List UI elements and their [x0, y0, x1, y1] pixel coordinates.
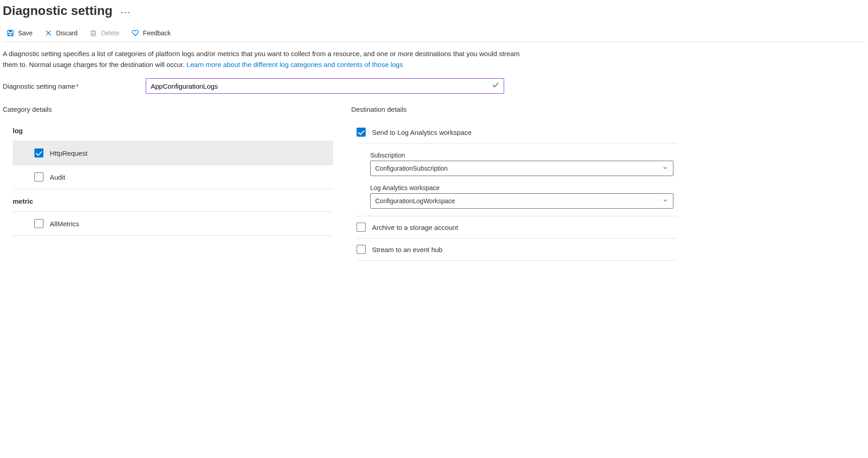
workspace-value: ConfigurationLogWorkspace	[375, 197, 455, 205]
log-analytics-checkbox[interactable]	[357, 128, 366, 137]
httprequest-label: HttpRequest	[50, 149, 87, 157]
metric-row-allmetrics[interactable]: AllMetrics	[13, 212, 333, 236]
required-asterisk: *	[76, 82, 79, 90]
toolbar: Save Discard Delete Feedback	[3, 26, 865, 42]
setting-name-label: Diagnostic setting name*	[3, 82, 79, 90]
log-analytics-subform: Subscription ConfigurationSubscription L…	[357, 143, 677, 216]
category-details-title: Category details	[3, 105, 333, 113]
allmetrics-label: AllMetrics	[50, 220, 79, 228]
subscription-dropdown[interactable]: ConfigurationSubscription	[370, 161, 673, 176]
log-row-audit[interactable]: Audit	[13, 165, 333, 189]
description: A diagnostic setting specifies a list of…	[3, 48, 528, 70]
subscription-label: Subscription	[370, 152, 677, 159]
workspace-label: Log Analytics workspace	[370, 184, 677, 191]
destination-details-title: Destination details	[351, 105, 677, 113]
audit-checkbox[interactable]	[34, 172, 43, 181]
discard-button[interactable]: Discard	[44, 29, 77, 37]
eventhub-label: Stream to an event hub	[372, 246, 443, 253]
log-section-title: log	[13, 121, 333, 141]
subscription-value: ConfigurationSubscription	[375, 165, 448, 172]
svg-rect-2	[9, 33, 12, 36]
heart-icon	[131, 29, 139, 37]
check-icon	[491, 81, 500, 91]
httprequest-checkbox[interactable]	[34, 148, 43, 157]
page-title: Diagnostic setting	[3, 4, 113, 18]
log-row-httprequest[interactable]: HttpRequest	[13, 141, 333, 165]
delete-button: Delete	[89, 29, 119, 37]
discard-label: Discard	[56, 29, 77, 37]
storage-checkbox[interactable]	[357, 223, 366, 232]
save-label: Save	[18, 29, 33, 37]
delete-label: Delete	[101, 29, 119, 37]
dest-eventhub-row[interactable]: Stream to an event hub	[357, 239, 677, 261]
chevron-down-icon	[662, 197, 668, 205]
close-icon	[44, 29, 52, 37]
feedback-button[interactable]: Feedback	[131, 29, 171, 37]
eventhub-checkbox[interactable]	[357, 245, 366, 254]
audit-label: Audit	[50, 173, 65, 181]
dest-storage-row[interactable]: Archive to a storage account	[357, 216, 677, 239]
dest-log-analytics-row[interactable]: Send to Log Analytics workspace	[357, 121, 677, 143]
storage-label: Archive to a storage account	[372, 224, 458, 231]
save-icon	[6, 29, 14, 37]
trash-icon	[89, 29, 97, 37]
workspace-dropdown[interactable]: ConfigurationLogWorkspace	[370, 193, 673, 209]
svg-rect-5	[91, 31, 95, 36]
feedback-label: Feedback	[143, 29, 171, 37]
chevron-down-icon	[662, 165, 668, 172]
more-menu-icon[interactable]: ···	[121, 7, 131, 24]
metric-section-title: metric	[13, 192, 333, 212]
log-analytics-label: Send to Log Analytics workspace	[372, 129, 472, 136]
learn-more-link[interactable]: Learn more about the different log categ…	[186, 61, 403, 68]
save-button[interactable]: Save	[6, 29, 33, 37]
svg-rect-1	[9, 30, 12, 32]
setting-name-input[interactable]	[146, 78, 504, 94]
allmetrics-checkbox[interactable]	[34, 219, 43, 228]
